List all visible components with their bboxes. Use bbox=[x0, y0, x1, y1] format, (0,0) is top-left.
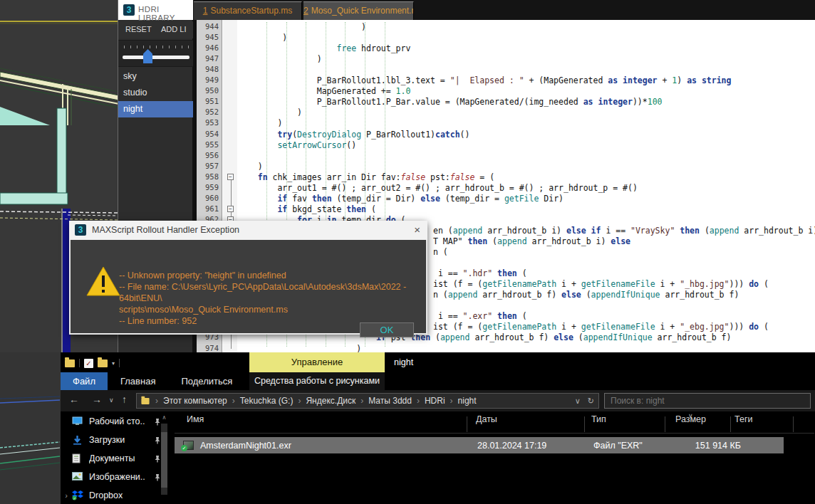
column-header-Даты[interactable]: Даты bbox=[476, 414, 497, 424]
code-text: if fav then (temp_dir = Dir) else (temp_… bbox=[238, 194, 564, 204]
code-line[interactable]: 959 arr_out1 = #() ; arr_out2 = #() ; ar… bbox=[197, 183, 815, 194]
sidebar-item-pictures[interactable]: Изображени.. bbox=[61, 468, 171, 485]
folder-icon bbox=[141, 398, 149, 404]
code-line[interactable]: 944 ) bbox=[197, 22, 815, 33]
slider-tick bbox=[150, 46, 150, 48]
breadcrumb-dropdown-icon[interactable]: ∨ bbox=[575, 397, 581, 406]
up-button[interactable]: ↑ bbox=[122, 394, 127, 405]
dialog-body: -- Unknown property: "height" in undefin… bbox=[69, 240, 427, 335]
properties-check-icon[interactable]: ✓ bbox=[84, 359, 93, 368]
ok-button[interactable]: OK bbox=[360, 322, 414, 337]
breadcrumb-item[interactable]: night bbox=[458, 396, 477, 406]
window-title: night bbox=[394, 357, 413, 367]
code-line[interactable]: 961 if bkgd_state then ( bbox=[197, 204, 815, 215]
manage-ribbon-tab[interactable]: Управление bbox=[249, 352, 385, 372]
column-separator[interactable] bbox=[584, 416, 585, 432]
code-line[interactable]: 960 if fav then (temp_dir = Dir) else (t… bbox=[197, 194, 815, 204]
sidebar-scrollbar[interactable] bbox=[161, 424, 167, 495]
add-library-button[interactable]: ADD LI bbox=[161, 25, 186, 33]
line-number: 953 bbox=[197, 118, 219, 127]
column-header-Тип[interactable]: Тип bbox=[591, 414, 606, 424]
search-input[interactable] bbox=[605, 394, 810, 408]
breadcrumb-separator: › bbox=[360, 396, 363, 406]
slider-tick bbox=[175, 46, 176, 48]
code-line[interactable]: 952 ) bbox=[197, 107, 815, 118]
new-folder-icon[interactable] bbox=[98, 359, 108, 367]
code-line[interactable]: 974 ) bbox=[197, 344, 815, 353]
hdri-slider[interactable] bbox=[118, 40, 193, 67]
editor-tab-2[interactable]: 2Moso_Quick Environment.ms bbox=[303, 1, 414, 20]
code-text: n ( bbox=[433, 247, 448, 257]
breadcrumb[interactable]: ›Этот компьютер›Tekuchka (G:)›Яндекс.Дис… bbox=[136, 393, 599, 409]
hdri-item-night[interactable]: night bbox=[118, 101, 193, 117]
slider-tick bbox=[156, 46, 157, 48]
code-line[interactable]: 945 ) bbox=[197, 33, 815, 43]
sidebar-item-label: Загрузки bbox=[89, 435, 125, 445]
breadcrumb-item[interactable]: Яндекс.Диск bbox=[306, 396, 355, 406]
hdri-item-sky[interactable]: sky bbox=[118, 68, 193, 85]
ribbon-tab-Поделиться[interactable]: Поделиться bbox=[168, 372, 245, 390]
dropbox-icon: ✓ bbox=[72, 490, 83, 500]
scroll-up-icon[interactable]: ∧ bbox=[161, 414, 167, 422]
breadcrumb-item[interactable]: Маты 3ddd bbox=[368, 396, 412, 406]
dialog-title: MAXScript Rollout Handler Exception bbox=[92, 225, 239, 235]
code-line[interactable]: 957 ) bbox=[197, 162, 815, 172]
column-separator[interactable] bbox=[793, 416, 794, 432]
sidebar-item-label: Dropbox bbox=[89, 490, 123, 500]
breadcrumb-item[interactable]: HDRi bbox=[425, 396, 445, 406]
column-separator[interactable] bbox=[665, 416, 665, 432]
recent-dropdown-icon[interactable]: ∨ bbox=[109, 397, 114, 404]
code-line[interactable]: 946 free hdrout_prv bbox=[197, 43, 815, 54]
sidebar-item-downloads[interactable]: Загрузки bbox=[61, 431, 171, 448]
code-text: setArrowCursor() bbox=[238, 140, 356, 150]
code-line[interactable]: 954 try(DestroyDialog P_BarRollout1)catc… bbox=[197, 130, 815, 140]
code-line[interactable]: 951 P_BarRollout1.P_Bar.value = (MapGene… bbox=[197, 97, 815, 107]
column-separator[interactable] bbox=[730, 416, 731, 432]
fold-collapse-icon[interactable]: − bbox=[227, 206, 234, 212]
sidebar-item-dropbox[interactable]: ›✓Dropbox bbox=[61, 487, 171, 504]
code-text: ) bbox=[238, 22, 366, 32]
slider-track[interactable] bbox=[123, 56, 190, 59]
line-number: 955 bbox=[197, 140, 219, 149]
fold-collapse-icon[interactable]: − bbox=[227, 174, 234, 180]
editor-tab-strip: 1SubstanceStartup.ms2Moso_Quick Environm… bbox=[192, 0, 815, 20]
close-icon[interactable]: × bbox=[414, 224, 420, 236]
code-line[interactable]: 950 MapGenerated += 1.0 bbox=[197, 86, 815, 97]
sidebar-item-desktop[interactable]: Рабочий сто.. bbox=[61, 413, 171, 430]
code-line[interactable]: 956 bbox=[197, 151, 815, 162]
hdri-item-studio[interactable]: studio bbox=[118, 85, 193, 101]
picture-tools-tab[interactable]: Средства работы с рисунками bbox=[249, 372, 385, 390]
code-line[interactable]: 955 setArrowCursor() bbox=[197, 140, 815, 151]
editor-tab-1[interactable]: 1SubstanceStartup.ms bbox=[194, 1, 302, 20]
code-line[interactable]: 949 P_BarRollout1.lbl_3.text = "| Elapse… bbox=[197, 75, 815, 86]
code-line[interactable]: 958 fn chk_images arr_in Dir fav:false p… bbox=[197, 172, 815, 183]
forward-button[interactable]: → bbox=[92, 394, 102, 405]
chevron-down-icon[interactable]: ▾ bbox=[112, 360, 115, 367]
code-line[interactable]: 953 ) bbox=[197, 118, 815, 129]
reset-button[interactable]: RESET bbox=[125, 25, 152, 33]
column-header-Теги[interactable]: Теги bbox=[734, 414, 752, 424]
sidebar-item-label: Рабочий сто.. bbox=[89, 416, 145, 426]
breadcrumb-item[interactable]: Tekuchka (G:) bbox=[240, 396, 294, 406]
code-line[interactable]: 947 ) bbox=[197, 54, 815, 65]
line-number: 954 bbox=[197, 130, 219, 138]
refresh-icon[interactable]: ↻ bbox=[588, 397, 594, 406]
code-line[interactable]: 948 bbox=[197, 65, 815, 75]
ribbon-tab-Главная[interactable]: Главная bbox=[108, 372, 168, 390]
screen: { "hdri_panel": { "logo": "3", "title": … bbox=[0, 0, 815, 504]
breadcrumb-item[interactable]: Этот компьютер bbox=[163, 396, 227, 406]
ribbon-tab-Файл[interactable]: Файл bbox=[61, 372, 108, 390]
slider-thumb[interactable] bbox=[143, 49, 152, 63]
expander-icon[interactable]: › bbox=[61, 491, 72, 500]
code-text: ) bbox=[238, 344, 361, 353]
search-box[interactable] bbox=[604, 393, 811, 409]
file-row[interactable]: ✓AmsterdamNight01.exr28.01.2024 17:19Фай… bbox=[175, 437, 784, 453]
code-text: ist (f = (getFilenamePath i + getFilenam… bbox=[433, 279, 769, 289]
dialog-titlebar[interactable]: 3 MAXScript Rollout Handler Exception × bbox=[69, 221, 427, 240]
column-header-Имя[interactable]: Имя bbox=[187, 414, 204, 424]
back-button[interactable]: ← bbox=[69, 394, 79, 405]
line-number: 974 bbox=[197, 344, 219, 352]
column-separator[interactable] bbox=[467, 416, 467, 432]
sidebar-item-documents[interactable]: Документы bbox=[61, 450, 171, 467]
code-text: arr_out1 = #() ; arr_out2 = #() ; arr_hd… bbox=[238, 183, 638, 193]
